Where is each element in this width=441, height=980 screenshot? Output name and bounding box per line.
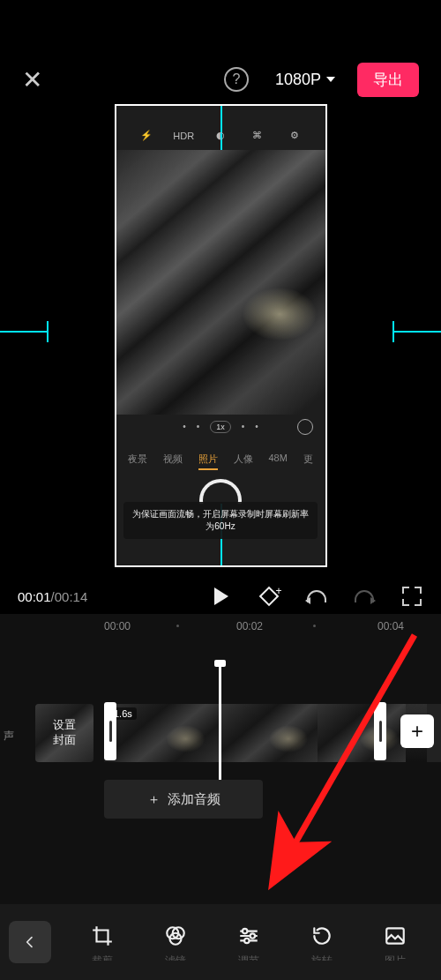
tab-portrait: 人像 xyxy=(234,453,253,470)
selection-handle-left[interactable] xyxy=(104,702,116,760)
plus-icon: ＋ xyxy=(147,791,161,808)
clip-thumbnail[interactable]: 1.6s xyxy=(104,704,220,762)
undo-icon xyxy=(307,590,326,602)
time-current: 00:01 xyxy=(18,589,51,604)
rotate-icon xyxy=(310,924,334,948)
playback-controls: 00:01/00:14 xyxy=(0,579,441,614)
preview-image xyxy=(116,150,325,415)
tab-night: 夜景 xyxy=(128,453,147,470)
fullscreen-icon xyxy=(402,587,422,606)
crop-icon xyxy=(90,924,115,948)
tool-crop-label: 裁剪 xyxy=(92,954,113,961)
keyframe-button[interactable] xyxy=(258,585,280,608)
clip-strip[interactable]: 1.6s xyxy=(104,704,441,762)
tool-image-label: 图片 xyxy=(385,954,406,961)
close-button[interactable]: ✕ xyxy=(22,65,42,94)
timecode-display: 00:01/00:14 xyxy=(18,589,87,604)
add-audio-label: 添加音频 xyxy=(168,791,220,808)
tool-adjust[interactable]: 调节 xyxy=(223,924,274,961)
filter-icon xyxy=(163,924,188,948)
zoom-indicator: •• 1x •• xyxy=(116,421,325,433)
camera-mode-tabs: 夜景 视频 照片 人像 48M 更 xyxy=(116,453,325,470)
fullscreen-button[interactable] xyxy=(400,585,423,608)
tool-filter-label: 滤镜 xyxy=(165,954,186,961)
add-clip-button[interactable]: + xyxy=(400,714,434,748)
tool-rotate[interactable]: 旋转 xyxy=(296,924,348,961)
redo-button[interactable] xyxy=(353,585,376,608)
tool-adjust-label: 调节 xyxy=(238,954,259,961)
clip-thumbnail[interactable] xyxy=(220,704,318,762)
tab-video: 视频 xyxy=(163,453,183,470)
toast-line2: 为60Hz xyxy=(132,520,309,533)
tool-filter[interactable]: 滤镜 xyxy=(150,924,201,961)
settings-icon: ⚙ xyxy=(287,128,303,144)
tab-more: 更 xyxy=(303,453,313,470)
flash-icon: ⚡ xyxy=(138,128,154,144)
filter-icon: ⌘ xyxy=(250,128,265,144)
hdr-icon: HDR xyxy=(176,128,191,144)
keyframe-icon xyxy=(259,587,280,607)
clip-thumbnail[interactable] xyxy=(318,704,406,762)
ruler-mark-4: 00:04 xyxy=(377,620,404,632)
ai-icon: ◐ xyxy=(213,128,228,144)
export-button[interactable]: 导出 xyxy=(357,63,419,97)
tab-48m: 48M xyxy=(268,453,287,470)
tab-photo: 照片 xyxy=(198,453,218,470)
back-button[interactable] xyxy=(9,921,51,963)
ruler-dot xyxy=(313,625,316,627)
resolution-selector[interactable]: 1080P xyxy=(275,71,335,89)
adjust-icon xyxy=(236,924,261,948)
timeline-area: 00:00 00:02 00:04 声 设置 封面 1.6s + ＋ 添加音频 xyxy=(0,614,441,904)
redo-icon xyxy=(355,590,374,602)
toast-line1: 为保证画面流畅，开启屏幕录制时屏幕刷新率 xyxy=(132,508,309,520)
svg-point-3 xyxy=(243,929,247,933)
bottom-toolbar: 裁剪 滤镜 调节 旋转 图片 xyxy=(0,904,441,980)
svg-point-5 xyxy=(244,939,249,943)
chevron-left-icon xyxy=(23,935,37,949)
tool-crop[interactable]: 裁剪 xyxy=(77,924,128,961)
ruler-mark-2: 00:02 xyxy=(236,620,263,632)
cover-label-2: 封面 xyxy=(53,733,76,748)
ruler-mark-0: 00:00 xyxy=(104,620,131,632)
help-button[interactable]: ? xyxy=(224,67,249,92)
tool-image[interactable]: 图片 xyxy=(370,924,421,961)
toast-message: 为保证画面流畅，开启屏幕录制时屏幕刷新率 为60Hz xyxy=(123,502,318,539)
top-bar: ✕ ? 1080P 导出 xyxy=(0,53,441,106)
selection-handle-right[interactable] xyxy=(374,702,386,760)
svg-point-4 xyxy=(250,933,255,938)
time-ruler[interactable]: 00:00 00:02 00:04 xyxy=(0,614,441,639)
tool-rotate-label: 旋转 xyxy=(311,954,333,961)
cover-label-1: 设置 xyxy=(53,718,76,733)
ruler-dot xyxy=(176,625,179,627)
camera-top-icons: ⚡ HDR ◐ ⌘ ⚙ xyxy=(116,128,325,144)
time-total: 00:14 xyxy=(55,589,88,604)
chevron-down-icon xyxy=(326,77,335,82)
zoom-level: 1x xyxy=(210,421,231,433)
add-audio-button[interactable]: ＋ 添加音频 xyxy=(104,780,263,819)
play-icon xyxy=(214,587,228,605)
undo-button[interactable] xyxy=(305,585,328,608)
video-preview[interactable]: ⚡ HDR ◐ ⌘ ⚙ •• 1x •• 夜景 视频 照片 人像 48M 更 为… xyxy=(115,104,327,567)
image-icon xyxy=(383,924,407,948)
play-button[interactable] xyxy=(210,585,233,608)
preview-area: ⚡ HDR ◐ ⌘ ⚙ •• 1x •• 夜景 视频 照片 人像 48M 更 为… xyxy=(0,101,441,569)
resolution-label: 1080P xyxy=(275,71,321,89)
set-cover-button[interactable]: 设置 封面 xyxy=(35,704,93,762)
camera-flip-icon xyxy=(297,419,313,435)
